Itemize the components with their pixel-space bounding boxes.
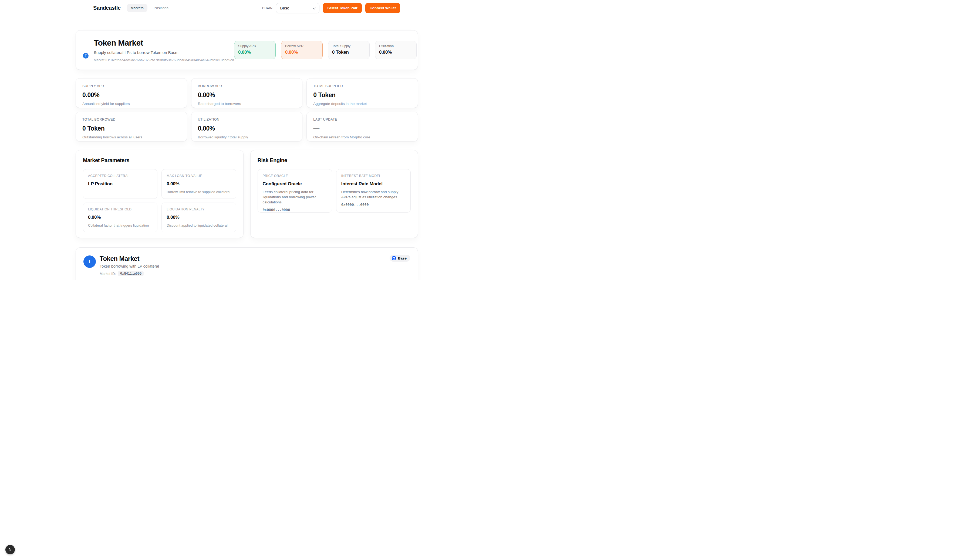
param-value: LP Position: [88, 181, 152, 187]
utilization-pill: Utilization 0.00%: [375, 41, 417, 59]
stat-label: UTILIZATION: [198, 118, 296, 122]
pill-value: 0.00%: [379, 50, 413, 55]
market-id-row: Market ID: 0x8411…e666: [100, 271, 159, 276]
stat-label: SUPPLY APR: [82, 84, 181, 88]
pill-label: Utilization: [379, 44, 413, 48]
stat-card-total-supplied: TOTAL SUPPLIED 0 Token Aggregate deposit…: [306, 78, 418, 108]
connect-wallet-button[interactable]: Connect Wallet: [365, 3, 400, 13]
risk-label: PRICE ORACLE: [263, 174, 327, 178]
param-desc: Borrow limit relative to supplied collat…: [167, 190, 231, 195]
param-label: LIQUIDATION PENALTY: [167, 207, 231, 211]
stat-desc: Annualised yield for suppliers: [82, 102, 181, 106]
market-subtitle: Supply collateral LPs to borrow Token on…: [94, 50, 234, 55]
token-avatar: T: [83, 53, 89, 58]
stats-grid: SUPPLY APR 0.00% Annualised yield for su…: [75, 78, 418, 142]
top-navbar: Sandcastle Markets Positions CHAIN Base …: [0, 0, 486, 16]
stat-label: BORROW APR: [198, 84, 296, 88]
base-chain-icon: [392, 256, 396, 260]
header-actions: CHAIN Base Select Token Pair Connect Wal…: [262, 3, 400, 13]
stat-value: 0 Token: [313, 92, 411, 99]
pill-label: Supply APR: [238, 44, 272, 48]
risk-engine-card: Risk Engine PRICE ORACLE Configured Orac…: [250, 150, 418, 238]
param-value: 0.00%: [167, 181, 231, 187]
market-parameters-card: Market Parameters ACCEPTED COLLATERAL LP…: [75, 150, 244, 238]
stat-card-supply-apr: SUPPLY APR 0.00% Annualised yield for su…: [75, 78, 187, 108]
market-list-item-info: Token Market Token borrowing with LP col…: [100, 255, 159, 276]
market-id-chip: 0x8411…e666: [118, 271, 144, 276]
risk-desc: Feeds collateral pricing data for liquid…: [263, 189, 327, 205]
select-token-pair-button[interactable]: Select Token Pair: [323, 3, 362, 13]
param-liquidation-threshold: LIQUIDATION THRESHOLD 0.00% Collateral f…: [83, 203, 157, 232]
stat-card-utilization: UTILIZATION 0.00% Borrowed liquidity / t…: [191, 112, 303, 142]
pill-value: 0.00%: [238, 50, 272, 55]
nav-item-markets[interactable]: Markets: [127, 4, 147, 12]
stat-label: TOTAL BORROWED: [82, 118, 181, 122]
stat-value: —: [313, 125, 411, 132]
market-parameters-grid: ACCEPTED COLLATERAL LP Position MAX LOAN…: [83, 169, 236, 232]
irm-address: 0x0000...0000: [341, 203, 405, 207]
market-id-value: 0xdfded4ed5ac76ba7379cfe7b3b0f53e768dca8…: [111, 58, 234, 62]
market-list-item-header: T Token Market Token borrowing with LP c…: [84, 255, 410, 276]
borrow-apr-pill: Borrow APR 0.00%: [281, 41, 323, 59]
param-desc: Collateral factor that triggers liquidat…: [88, 223, 152, 228]
stat-desc: Borrowed liquidity / total supply: [198, 135, 296, 139]
market-list-item-card[interactable]: T Token Market Token borrowing with LP c…: [75, 247, 418, 280]
page-title: Token Market: [94, 38, 234, 48]
market-hero-card: T Token Market Supply collateral LPs to …: [75, 30, 418, 70]
stat-label: TOTAL SUPPLIED: [313, 84, 411, 88]
chain-badge: Base: [390, 255, 410, 262]
param-label: LIQUIDATION THRESHOLD: [88, 207, 152, 211]
risk-engine-grid: PRICE ORACLE Configured Oracle Feeds col…: [258, 169, 411, 213]
risk-interest-rate-model: INTEREST RATE MODEL Interest Rate Model …: [336, 169, 411, 213]
chain-select-value: Base: [280, 6, 289, 10]
stat-desc: Rate charged to borrowers: [198, 102, 296, 106]
stat-value: 0.00%: [198, 92, 296, 99]
param-liquidation-penalty: LIQUIDATION PENALTY 0.00% Discount appli…: [161, 203, 236, 232]
section-title: Market Parameters: [83, 157, 236, 163]
param-value: 0.00%: [88, 215, 152, 220]
param-max-ltv: MAX LOAN-TO-VALUE 0.00% Borrow limit rel…: [161, 169, 236, 199]
stat-value: 0.00%: [198, 125, 296, 132]
chain-badge-label: Base: [398, 256, 407, 260]
pill-value: 0.00%: [285, 50, 319, 55]
chain-label: CHAIN: [262, 7, 273, 10]
stat-label: LAST UPDATE: [313, 118, 411, 122]
pill-label: Borrow APR: [285, 44, 319, 48]
market-id-label: Market ID:: [100, 272, 116, 276]
market-id: Market ID: 0xdfded4ed5ac76ba7379cfe7b3b0…: [94, 58, 234, 63]
market-subtitle: Token borrowing with LP collateral: [100, 263, 159, 269]
chevron-down-icon: [313, 6, 316, 9]
stat-value: 0 Token: [82, 125, 181, 132]
risk-value: Configured Oracle: [263, 181, 327, 187]
oracle-address: 0x0000...0000: [263, 208, 327, 212]
stat-value: 0.00%: [82, 92, 181, 99]
stat-desc: On-chain refresh from Morpho core: [313, 135, 411, 139]
param-label: MAX LOAN-TO-VALUE: [167, 174, 231, 178]
total-supply-pill: Total Supply 0 Token: [328, 41, 370, 59]
supply-apr-pill: Supply APR 0.00%: [234, 41, 276, 59]
market-title: Token Market: [100, 255, 159, 263]
section-title: Risk Engine: [258, 157, 411, 163]
hero-stat-pills: Supply APR 0.00% Borrow APR 0.00% Total …: [234, 41, 417, 59]
stat-desc: Outstanding borrows across all users: [82, 135, 181, 139]
param-desc: Discount applied to liquidated collatera…: [167, 223, 231, 228]
app-logo: Sandcastle: [93, 5, 121, 11]
stat-card-total-borrowed: TOTAL BORROWED 0 Token Outstanding borro…: [75, 112, 187, 142]
chain-select[interactable]: Base: [276, 3, 320, 13]
stat-card-borrow-apr: BORROW APR 0.00% Rate charged to borrowe…: [191, 78, 303, 108]
nav-item-positions[interactable]: Positions: [150, 4, 172, 12]
pill-value: 0 Token: [332, 50, 366, 55]
param-value: 0.00%: [167, 215, 231, 220]
risk-desc: Determines how borrow and supply APRs ad…: [341, 189, 405, 200]
stat-desc: Aggregate deposits in the market: [313, 102, 411, 106]
param-accepted-collateral: ACCEPTED COLLATERAL LP Position: [83, 169, 157, 199]
stat-card-last-update: LAST UPDATE — On-chain refresh from Morp…: [306, 112, 418, 142]
market-hero-info: T Token Market Supply collateral LPs to …: [83, 37, 234, 63]
pill-label: Total Supply: [332, 44, 366, 48]
param-label: ACCEPTED COLLATERAL: [88, 174, 152, 178]
token-avatar: T: [84, 255, 96, 268]
parameters-risk-row: Market Parameters ACCEPTED COLLATERAL LP…: [75, 150, 418, 238]
risk-price-oracle: PRICE ORACLE Configured Oracle Feeds col…: [258, 169, 332, 213]
risk-value: Interest Rate Model: [341, 181, 405, 187]
risk-label: INTEREST RATE MODEL: [341, 174, 405, 178]
